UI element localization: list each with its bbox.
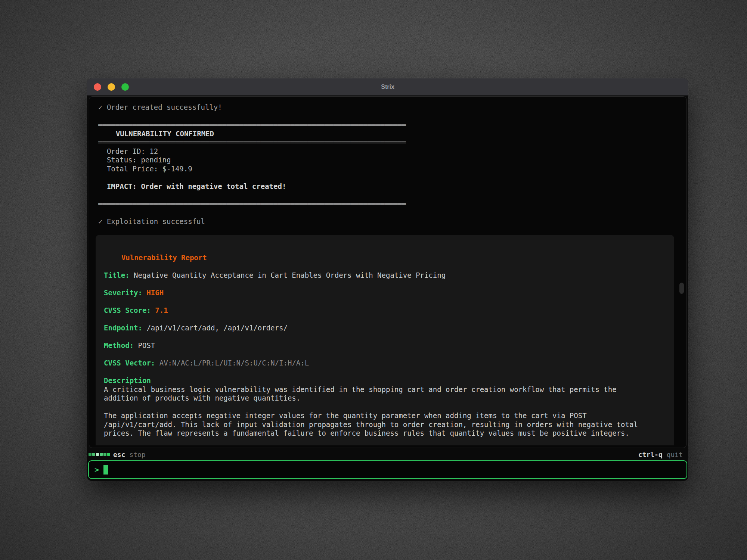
report-title: Title: Negative Quantity Acceptance in C… <box>104 271 666 280</box>
command-input[interactable]: > <box>88 460 687 479</box>
terminal-output-area[interactable]: ✓ Order created successfully! ══════════… <box>89 96 686 448</box>
spinner-square <box>100 453 103 456</box>
status-line-order-created: ✓ Order created successfully! <box>96 103 681 112</box>
spinner-square <box>92 453 95 456</box>
report-heading: Vulnerability Report <box>104 253 666 262</box>
terminal-line <box>104 298 666 307</box>
status-line-exploitation: ✓ Exploitation successful <box>96 217 681 226</box>
report-description-text: /api/v1/cart/add. This lack of input val… <box>104 420 666 429</box>
terminal-line <box>104 333 666 342</box>
separator: ════════════════════════════════════════… <box>96 200 681 209</box>
terminal-line <box>96 173 681 182</box>
spinner <box>89 453 110 456</box>
report-cvss-score: CVSS Score: 7.1 <box>104 306 666 315</box>
report-description-text: prices. The flaw represents a fundamenta… <box>104 429 666 438</box>
spinner-square <box>103 453 106 456</box>
stop-hint: esc stop <box>113 451 146 458</box>
report-method: Method: POST <box>104 341 666 350</box>
terminal-line <box>104 280 666 289</box>
report-endpoint: Endpoint: /api/v1/cart/add, /api/v1/orde… <box>104 324 666 333</box>
traffic-lights <box>87 83 129 91</box>
report-description-heading: Description <box>104 376 666 385</box>
order-status-line: Status: pending <box>96 156 681 165</box>
impact-line: IMPACT: Order with negative total create… <box>96 182 681 191</box>
vuln-confirmed-heading: VULNERABILITY CONFIRMED <box>96 130 681 139</box>
ctrl-q-key-label: ctrl-q <box>638 451 663 458</box>
report-description-text: addition of products with negative quant… <box>104 394 666 403</box>
text-cursor <box>103 465 108 475</box>
order-id-line: Order ID: 12 <box>96 147 681 156</box>
minimize-window-button[interactable] <box>108 83 115 91</box>
report-severity: Severity: HIGH <box>104 289 666 298</box>
terminal-line <box>104 315 666 324</box>
order-total-line: Total Price: $-149.9 <box>96 165 681 174</box>
prompt-symbol: > <box>94 465 99 474</box>
maximize-window-button[interactable] <box>121 83 129 91</box>
separator: ════════════════════════════════════════… <box>96 121 681 130</box>
report-cvss-vector: CVSS Vector: AV:N/AC:L/PR:L/UI:N/S:U/C:N… <box>104 359 666 368</box>
spinner-square <box>96 453 99 456</box>
terminal-line <box>104 368 666 377</box>
strix-terminal-window: Strix ✓ Order created successfully! ════… <box>87 78 688 481</box>
terminal-line <box>104 403 666 412</box>
spinner-square <box>89 453 92 456</box>
status-bar: esc stop ctrl-q quit <box>87 449 688 459</box>
spider-icon <box>104 254 112 261</box>
quit-hint: ctrl-q quit <box>638 451 683 458</box>
siren-icon <box>98 130 106 137</box>
terminal-line <box>96 191 681 200</box>
esc-key-label: esc <box>113 451 125 458</box>
quit-label: quit <box>667 451 683 458</box>
vulnerability-report-panel: Vulnerability Report Title: Negative Qua… <box>96 235 674 445</box>
report-description-text: A critical business logic vulnerability … <box>104 385 666 394</box>
terminal-line <box>104 262 666 271</box>
terminal-line <box>96 208 681 217</box>
close-window-button[interactable] <box>94 83 101 91</box>
terminal-line <box>104 350 666 359</box>
stop-label: stop <box>129 451 145 458</box>
separator: ════════════════════════════════════════… <box>96 138 681 147</box>
report-description-text: The application accepts negative integer… <box>104 411 666 420</box>
terminal-line <box>96 112 681 121</box>
window-titlebar: Strix <box>87 78 688 96</box>
spinner-square <box>107 453 110 456</box>
window-title: Strix <box>87 78 688 96</box>
scrollbar-thumb[interactable] <box>679 283 684 294</box>
